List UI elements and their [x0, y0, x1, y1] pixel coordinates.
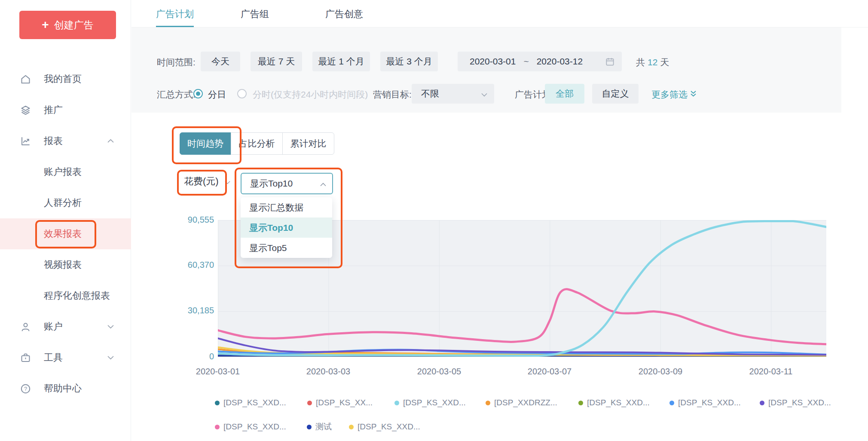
topn-option-1[interactable]: 显示汇总数据: [241, 197, 332, 217]
more-filters-button[interactable]: 更多筛选: [651, 89, 697, 101]
quick-range-button-3[interactable]: 最近 1 个月: [312, 52, 370, 71]
sidebar-item-9[interactable]: 账户: [0, 311, 131, 342]
chevron-up-icon: [320, 178, 326, 189]
total-days: 共12天: [636, 56, 669, 68]
date-start: 2020-03-01: [470, 56, 516, 67]
topn-option-3[interactable]: 显示Top5: [241, 238, 332, 258]
sidebar-item-label: 效果报表: [44, 227, 82, 240]
plus-icon: +: [42, 19, 49, 31]
topn-select[interactable]: 显示Top10: [241, 173, 333, 194]
legend-item-7[interactable]: [DSP_KS_XXD...: [760, 396, 831, 409]
legend-dot: [760, 401, 764, 405]
topn-option-2[interactable]: 显示Top10: [241, 217, 332, 238]
sidebar-item-2[interactable]: 推广: [0, 95, 131, 126]
legend-dot: [349, 425, 354, 429]
legend-label: [DSP_XXDRZZ...: [494, 398, 557, 407]
sidebar: + 创建广告 我的首页推广报表账户报表人群分析效果报表视频报表程序化创意报表账户…: [0, 0, 131, 441]
legend-dot: [215, 401, 220, 405]
quick-range-button-1[interactable]: 今天: [201, 52, 240, 71]
time-range-label: 时间范围:: [157, 56, 196, 68]
legend-item-3[interactable]: [DSP_KS_XXD...: [394, 396, 466, 409]
sidebar-item-label: 账户报表: [44, 165, 82, 178]
chevron-down-icon: [481, 89, 487, 99]
sidebar-item-label: 帮助中心: [44, 382, 82, 395]
legend-item-10[interactable]: [DSP_KS_XXD...: [349, 420, 420, 433]
marketing-target-label: 营销目标:: [373, 89, 412, 101]
metric-label: 花费(元): [184, 175, 219, 188]
legend-label: 测试: [315, 421, 332, 432]
sidebar-subitem-8[interactable]: 程序化创意报表: [0, 280, 131, 311]
date-end: 2020-03-12: [537, 56, 583, 67]
plan-custom-button[interactable]: 自定义: [592, 84, 639, 104]
summary-mode-label: 汇总方式:: [157, 89, 196, 101]
tab-1[interactable]: 广告计划: [156, 8, 194, 21]
x-axis-tick-label: 2020-03-09: [622, 367, 699, 377]
legend-label: [DSP_KS_XXD...: [768, 398, 831, 407]
sidebar-item-label: 推广: [44, 104, 63, 116]
toolbox-icon: [19, 352, 31, 364]
metric-select[interactable]: 花费(元): [184, 175, 230, 188]
x-axis-tick-label: 2020-03-01: [179, 367, 257, 377]
y-axis-tick-label: 60,370: [155, 260, 214, 270]
double-chevron-down-icon: [690, 89, 697, 100]
page: + 创建广告 我的首页推广报表账户报表人群分析效果报表视频报表程序化创意报表账户…: [0, 0, 868, 441]
legend-item-2[interactable]: [DSP_KS_XX...: [307, 396, 373, 409]
sidebar-item-label: 账户: [44, 320, 63, 333]
legend-dot: [669, 401, 674, 405]
sidebar-item-label: 视频报表: [44, 258, 82, 271]
tab-3[interactable]: 广告创意: [325, 8, 363, 21]
help-icon: ?: [19, 383, 31, 395]
legend-label: [DSP_KS_XXD...: [223, 422, 286, 432]
calendar-icon[interactable]: [605, 57, 615, 67]
sidebar-item-label: 我的首页: [44, 73, 82, 86]
chart-view-toggle: 时间趋势占比分析累计对比: [180, 132, 334, 155]
view-tab-2[interactable]: 占比分析: [231, 132, 283, 155]
sidebar-subitem-7[interactable]: 视频报表: [0, 249, 131, 280]
chevron-up-icon: [107, 138, 114, 144]
total-days-count: 12: [648, 57, 657, 67]
legend-dot: [578, 401, 583, 405]
view-tab-1[interactable]: 时间趋势: [180, 132, 231, 155]
legend-item-6[interactable]: [DSP_KS_XXD...: [669, 396, 741, 409]
sidebar-item-label: 报表: [44, 135, 63, 147]
chevron-down-icon: [107, 323, 114, 330]
y-axis-tick-label: 30,185: [155, 306, 214, 315]
legend-item-5[interactable]: [DSP_KS_XXD...: [578, 396, 650, 409]
legend-item-8[interactable]: [DSP_KS_XXD...: [215, 420, 286, 433]
sidebar-subitem-6[interactable]: 效果报表: [0, 218, 131, 249]
legend-item-9[interactable]: 测试: [307, 420, 332, 433]
y-axis-tick-label: 90,555: [155, 215, 214, 225]
quick-range-button-4[interactable]: 最近 3 个月: [380, 52, 438, 71]
date-tilde: ~: [523, 56, 529, 67]
view-tab-3[interactable]: 累计对比: [282, 132, 334, 155]
plan-all-button[interactable]: 全部: [545, 84, 584, 104]
sidebar-item-3[interactable]: 报表: [0, 126, 131, 156]
sidebar-item-10[interactable]: 工具: [0, 342, 131, 373]
sidebar-item-1[interactable]: 我的首页: [0, 64, 131, 95]
topn-dropdown-panel: 显示汇总数据显示Top10显示Top5: [241, 197, 332, 258]
legend-label: [DSP_KS_XXD...: [223, 398, 286, 407]
sidebar-subitem-4[interactable]: 账户报表: [0, 156, 131, 187]
marketing-target-select[interactable]: 不限: [412, 84, 494, 104]
create-ad-label: 创建广告: [54, 18, 94, 32]
create-ad-button[interactable]: + 创建广告: [19, 11, 116, 39]
x-axis-tick-label: 2020-03-03: [290, 367, 367, 377]
radio-hourly[interactable]: [237, 89, 247, 98]
x-axis-tick-label: 2020-03-05: [400, 367, 478, 377]
x-axis-tick-label: 2020-03-07: [511, 367, 588, 377]
legend-item-1[interactable]: [DSP_KS_XXD...: [215, 396, 286, 409]
home-icon: [19, 73, 31, 85]
radio-daily-label[interactable]: 分日: [208, 89, 226, 101]
legend-label: [DSP_KS_XXD...: [403, 398, 466, 407]
marketing-target-value: 不限: [421, 88, 439, 100]
quick-range-button-2[interactable]: 最近 7 天: [251, 52, 302, 71]
legend-item-4[interactable]: [DSP_XXDRZZ...: [486, 396, 557, 409]
sidebar-subitem-5[interactable]: 人群分析: [0, 187, 131, 218]
sidebar-item-11[interactable]: ?帮助中心: [0, 373, 131, 404]
radio-daily[interactable]: [193, 89, 203, 98]
tab-2[interactable]: 广告组: [241, 8, 269, 21]
svg-text:?: ?: [24, 386, 27, 392]
radio-hourly-label[interactable]: 分时(仅支持24小时内时间段): [253, 89, 368, 101]
user-icon: [19, 321, 31, 333]
date-range-picker[interactable]: 2020-03-01 ~ 2020-03-12: [458, 52, 622, 71]
